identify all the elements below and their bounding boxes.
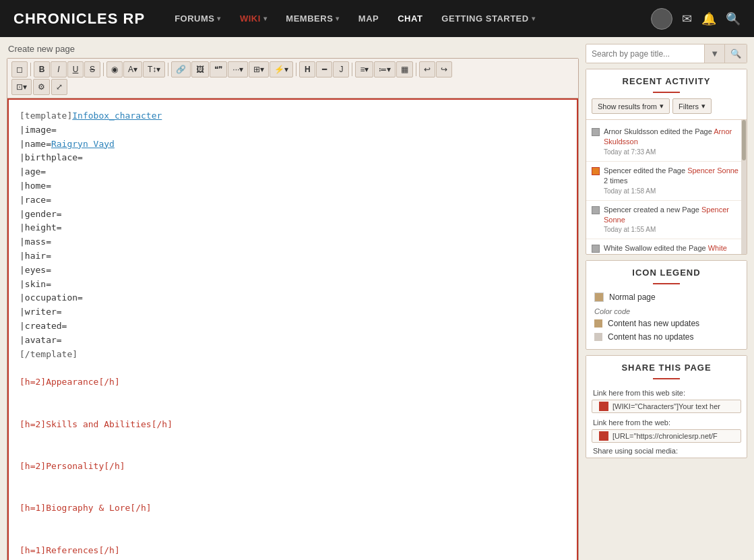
- search-box: ▼ 🔍: [586, 44, 747, 63]
- top-navigation: CHRONICLES RP FORUMS ▾ WIKI ▾ MEMBERS ▾ …: [0, 0, 754, 37]
- search-icon[interactable]: 🔍: [726, 11, 741, 26]
- main-editor-area: Create new page ◻ B I U S: [7, 44, 579, 560]
- strikethrough-button[interactable]: S: [84, 61, 100, 77]
- mail-icon[interactable]: ✉: [682, 11, 692, 26]
- activity-icon: [592, 206, 600, 214]
- legend-color-no-updates: Content has no updates: [586, 330, 747, 344]
- activity-icon: [592, 128, 600, 136]
- legend-color-code-label: Color code: [586, 305, 747, 317]
- toolbar-list-group: ≡▾ ≔▾ ▦: [355, 61, 413, 77]
- list-button[interactable]: ≔▾: [374, 61, 396, 77]
- toolbar-block-group: H ━ J: [299, 61, 349, 77]
- share-site-icon: [599, 402, 608, 411]
- legend-color-new-updates: Content has new updates: [586, 317, 747, 330]
- toolbar-history-group: ↩ ↪: [419, 61, 452, 77]
- activity-page-link[interactable]: Spencer Sonne: [687, 166, 739, 175]
- underline-button[interactable]: U: [67, 61, 84, 77]
- toolbar-group-1: ◻: [11, 61, 28, 77]
- getting-started-chevron-icon: ▾: [532, 15, 536, 22]
- share-web-link[interactable]: [URL="https://chroniclesrp.net/F: [612, 432, 718, 440]
- wiki-chevron-icon: ▾: [263, 15, 268, 22]
- share-web-icon: [599, 431, 608, 441]
- share-title: SHARE THIS PAGE: [586, 356, 747, 375]
- search-filter-button[interactable]: ▼: [704, 44, 724, 63]
- bold-button[interactable]: B: [34, 61, 50, 77]
- image-button[interactable]: 🖼: [191, 61, 209, 77]
- toolbar-sep-4: [296, 63, 296, 76]
- settings-button[interactable]: ⚙: [33, 79, 50, 95]
- activity-icon: [592, 167, 600, 175]
- box-button[interactable]: ⊞▾: [249, 61, 269, 77]
- share-web-label: Link here from the web:: [586, 414, 747, 428]
- size-button[interactable]: T↕▾: [143, 61, 165, 77]
- toolbar-text-group: ◉ A▾ T↕▾: [106, 61, 165, 77]
- activity-item: White Swallow edited the Page White Swal…: [586, 239, 747, 254]
- activity-item: Arnor Skuldsson edited the Page Arnor Sk…: [586, 123, 747, 162]
- share-social-label: Share using social media:: [586, 444, 747, 458]
- font-button[interactable]: A▾: [123, 61, 142, 77]
- recent-activity-title: RECENT ACTIVITY: [586, 69, 747, 89]
- align-button[interactable]: ≡▾: [355, 61, 373, 77]
- no-updates-color-box: [594, 333, 602, 341]
- link-button[interactable]: 🔗: [171, 61, 191, 77]
- justify-button[interactable]: J: [333, 61, 349, 77]
- search-input[interactable]: [586, 45, 704, 63]
- activity-item: Spencer edited the Page Spencer Sonne 2 …: [586, 162, 747, 201]
- table-button[interactable]: ▦: [396, 61, 413, 77]
- site-title[interactable]: CHRONICLES RP: [13, 10, 145, 28]
- quote-button[interactable]: ❝❞: [210, 61, 227, 77]
- filters-chevron-icon: ▾: [701, 102, 705, 111]
- new-updates-color-box: [594, 319, 602, 328]
- share-site-link[interactable]: [WIKI="Characters"]Your text her: [612, 402, 720, 410]
- toolbar-format-group: B I U S: [34, 61, 100, 77]
- share-site-label: Link here from this web site:: [586, 385, 747, 398]
- activity-list: Arnor Skuldsson edited the Page Arnor Sk…: [586, 119, 747, 254]
- template-button[interactable]: ⊡▾: [11, 79, 32, 95]
- icon-legend-title: ICON LEGEND: [586, 261, 747, 280]
- members-chevron-icon: ▾: [336, 15, 340, 22]
- filters-dropdown[interactable]: Filters ▾: [672, 98, 712, 114]
- activity-time: Today at 1:58 AM: [604, 187, 741, 196]
- notification-bell-icon[interactable]: 🔔: [701, 11, 716, 26]
- search-go-button[interactable]: 🔍: [724, 44, 747, 63]
- color-button[interactable]: ◉: [106, 61, 123, 77]
- special-button[interactable]: ⚡▾: [270, 61, 293, 77]
- italic-button[interactable]: I: [51, 61, 67, 77]
- nav-map[interactable]: MAP: [349, 0, 388, 37]
- toolbar-row-1: ◻ B I U S ◉ A▾ T↕▾: [11, 61, 574, 77]
- nav-members[interactable]: MEMBERS ▾: [276, 0, 348, 37]
- nav-right-icons: ✉ 🔔 🔍: [651, 8, 741, 30]
- toolbar-sep-5: [352, 63, 352, 76]
- redo-button[interactable]: ↪: [436, 61, 452, 77]
- header-button[interactable]: H: [299, 61, 315, 77]
- avatar[interactable]: [651, 8, 672, 30]
- editor-toolbar: ◻ B I U S ◉ A▾ T↕▾: [7, 59, 578, 98]
- activity-time: Today at 1:55 AM: [604, 225, 741, 235]
- activity-item: Spencer created a new Page Spencer Sonne…: [586, 201, 747, 240]
- toolbar-sep-2: [103, 63, 104, 76]
- icon-legend-panel: ICON LEGEND Normal page Color code Conte…: [586, 260, 747, 350]
- nav-chat[interactable]: CHAT: [388, 0, 432, 37]
- nav-forums[interactable]: FORUMS ▾: [165, 0, 230, 37]
- fullscreen-button[interactable]: ⤢: [51, 79, 67, 95]
- toolbar-sep-3: [168, 63, 168, 76]
- doc-icon: [594, 292, 604, 302]
- nav-wiki[interactable]: WIKI ▾: [230, 0, 276, 37]
- share-web-link-row: [URL="https://chroniclesrp.net/F: [592, 429, 741, 443]
- toolbar-insert-group: 🔗 🖼 ❝❞ ···▾ ⊞▾ ⚡▾: [171, 61, 293, 77]
- undo-button[interactable]: ↩: [419, 61, 435, 77]
- nav-getting-started[interactable]: GETTING STARTED ▾: [432, 0, 544, 37]
- icon-legend-underline: [653, 283, 680, 284]
- share-site-link-row: [WIKI="Characters"]Your text her: [592, 400, 741, 413]
- nav-menu: FORUMS ▾ WIKI ▾ MEMBERS ▾ MAP CHAT GETTI…: [165, 0, 651, 37]
- scrollbar-track[interactable]: [741, 120, 747, 254]
- scrollbar-thumb[interactable]: [742, 120, 746, 160]
- hr-button[interactable]: ━: [316, 61, 332, 77]
- editor-body[interactable]: [template]Infobox_character |image= |nam…: [7, 98, 578, 560]
- source-button[interactable]: ◻: [11, 61, 28, 77]
- recent-activity-panel: RECENT ACTIVITY Show results from ▾ Filt…: [586, 69, 747, 255]
- legend-normal-page: Normal page: [586, 290, 747, 305]
- activity-icon: [592, 245, 600, 253]
- show-results-from-dropdown[interactable]: Show results from ▾: [592, 98, 670, 114]
- more-button[interactable]: ···▾: [228, 61, 248, 77]
